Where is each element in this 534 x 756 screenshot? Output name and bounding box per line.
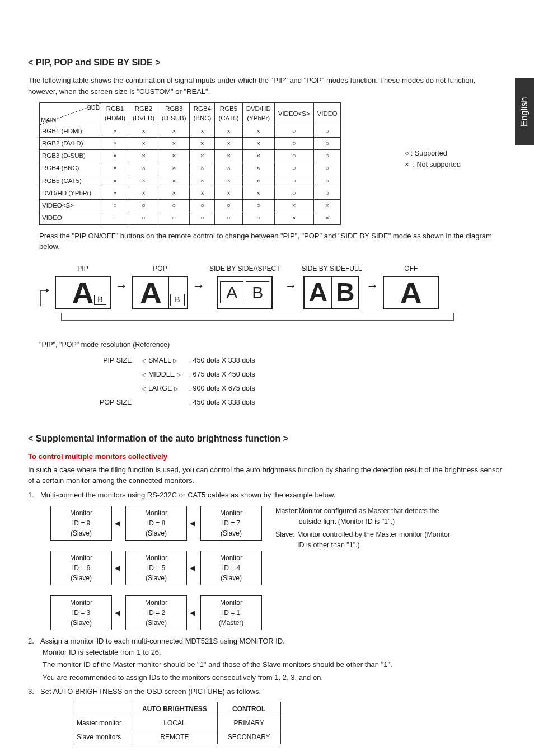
arrow-icon: ◀: [190, 563, 195, 573]
monitor-box: MonitorID = 8(Slave)◀: [125, 506, 187, 541]
compat-cell: ×: [274, 212, 313, 224]
compat-cell: ○: [313, 187, 341, 199]
col-header: RGB5(CAT5): [215, 103, 242, 125]
arrow-icon: ◀: [115, 608, 120, 618]
monitor-box: MonitorID = 2(Slave)◀: [125, 595, 187, 630]
row-header: RGB2 (DVI-D): [40, 137, 101, 149]
compat-cell: ×: [242, 150, 274, 162]
compat-cell: ×: [190, 125, 215, 137]
row-header: VIDEO: [40, 212, 101, 224]
mode-box-pop: A B: [132, 276, 188, 309]
arrow-icon: ◀: [190, 518, 195, 528]
col-header: VIDEO<S>: [274, 103, 313, 125]
mode-label-pip: PIP: [77, 257, 88, 274]
monitor-box: MonitorID = 9(Slave): [50, 506, 112, 541]
arrow-icon: ◀: [115, 563, 120, 573]
monitor-box: MonitorID = 5(Slave)◀: [125, 551, 187, 585]
step-2-detail: Monitor ID is selectable from 1 to 26.: [43, 647, 506, 658]
col-header: RGB4(BNC): [190, 103, 215, 125]
compat-cell: ○: [101, 200, 129, 212]
mode-box-sbs-full: AB: [303, 276, 359, 309]
compat-cell: ×: [129, 137, 158, 149]
compat-cell: ○: [313, 162, 341, 175]
resolution-value: : 900 dots X 675 dots: [186, 382, 259, 395]
compat-cell: ○: [215, 212, 242, 224]
compat-cell: ×: [101, 187, 129, 199]
compat-cell: ×: [242, 162, 274, 175]
monitor-box: MonitorID = 6(Slave): [50, 551, 112, 585]
monitor-topology-diagram: MonitorID = 9(Slave)MonitorID = 8(Slave)…: [50, 506, 506, 630]
compat-cell: ○: [190, 212, 215, 224]
compat-cell: ×: [242, 187, 274, 199]
corner-main-label: MAIN: [41, 115, 57, 125]
compat-cell: ○: [129, 200, 158, 212]
compat-cell: ×: [158, 137, 190, 149]
compat-cell: ×: [190, 137, 215, 149]
compat-cell: ×: [158, 175, 190, 187]
compat-cell: ×: [274, 200, 313, 212]
mode-label-sbs-full: SIDE BY SIDEFULL: [302, 257, 362, 274]
compat-cell: ○: [158, 212, 190, 224]
compat-cell: ×: [129, 150, 158, 162]
compat-cell: ×: [313, 212, 341, 224]
mode-box-pip: AB: [55, 276, 111, 309]
table-corner: SUB MAIN: [40, 103, 101, 125]
monitor-box: MonitorID = 1(Master)◀: [200, 595, 262, 630]
section-heading-pip-pop: < PIP, POP and SIDE BY SIDE >: [28, 56, 506, 69]
row-header: DVD/HD (YPbPr): [40, 187, 101, 199]
compat-cell: ○: [313, 125, 341, 137]
step-1: 1.Multi-connect the monitors using RS-23…: [28, 490, 506, 631]
compat-cell: ×: [215, 150, 242, 162]
compat-cell: ○: [313, 175, 341, 187]
body-text: In such a case where the tiling function…: [28, 464, 506, 486]
col-header: RGB1(HDMI): [101, 103, 129, 125]
compat-cell: ×: [215, 125, 242, 137]
compat-cell: ×: [190, 150, 215, 162]
step-2-detail: The monitor ID of the Master monitor sho…: [43, 659, 506, 670]
pop-size-label: POP SIZE: [96, 396, 137, 409]
auto-brightness-table: AUTO BRIGHTNESSCONTROL Master monitorLOC…: [73, 702, 281, 744]
row-header: VIDEO<S>: [40, 200, 101, 212]
compat-cell: ×: [158, 187, 190, 199]
compat-cell: ○: [313, 137, 341, 149]
mode-label-pop: POP: [153, 257, 167, 274]
compat-cell: ×: [129, 125, 158, 137]
compat-cell: ×: [215, 187, 242, 199]
svg-marker-0: [46, 288, 49, 293]
arrow-icon: ◀: [115, 518, 120, 528]
ab-cell: PRIMARY: [217, 716, 280, 730]
compat-cell: ×: [129, 175, 158, 187]
compat-cell: ×: [190, 175, 215, 187]
col-header: DVD/HD(YPbPr): [242, 103, 274, 125]
compat-cell: ○: [158, 200, 190, 212]
compat-cell: ○: [313, 150, 341, 162]
compat-cell: ×: [101, 162, 129, 175]
resolution-value: : 450 dots X 338 dots: [186, 396, 259, 409]
arrow-icon: →: [366, 257, 378, 307]
compat-cell: ○: [242, 212, 274, 224]
arrow-icon: →: [285, 257, 297, 307]
step-2-detail: You are recommended to assign IDs to the…: [43, 672, 506, 683]
corner-sub-label: SUB: [87, 103, 100, 112]
compat-cell: ×: [242, 175, 274, 187]
resolution-value: : 450 dots X 338 dots: [186, 354, 259, 367]
mode-label-off: OFF: [404, 257, 418, 274]
compat-cell: ○: [274, 175, 313, 187]
compat-cell: ×: [215, 162, 242, 175]
resolution-value: : 675 dots X 450 dots: [186, 368, 259, 381]
mode-box-sbs-aspect: A B: [217, 276, 273, 309]
monitor-box: MonitorID = 7(Slave)◀: [200, 506, 262, 541]
mode-diagram: PIP AB → POP A B → SIDE BY SIDEASPECT A …: [39, 257, 506, 309]
compat-cell: ○: [274, 125, 313, 137]
mode-switch-instruction: Press the "PIP ON/OFF" buttons on the re…: [39, 231, 506, 252]
compat-cell: ×: [190, 187, 215, 199]
resolution-table: PIP SIZE ◁ SMALL ▷ : 450 dots X 338 dots…: [95, 353, 260, 410]
master-slave-legend: Master:Monitor configured as Master that…: [275, 506, 455, 552]
step-2: 2.Assign a monitor ID to each multi-conn…: [28, 636, 506, 683]
compat-cell: ×: [129, 187, 158, 199]
compat-cell: ○: [274, 137, 313, 149]
row-header: RGB3 (D-SUB): [40, 150, 101, 162]
ab-cell: REMOTE: [132, 730, 218, 744]
intro-text: The following table shows the combinatio…: [28, 75, 506, 97]
pip-size-label: PIP SIZE: [96, 354, 137, 367]
